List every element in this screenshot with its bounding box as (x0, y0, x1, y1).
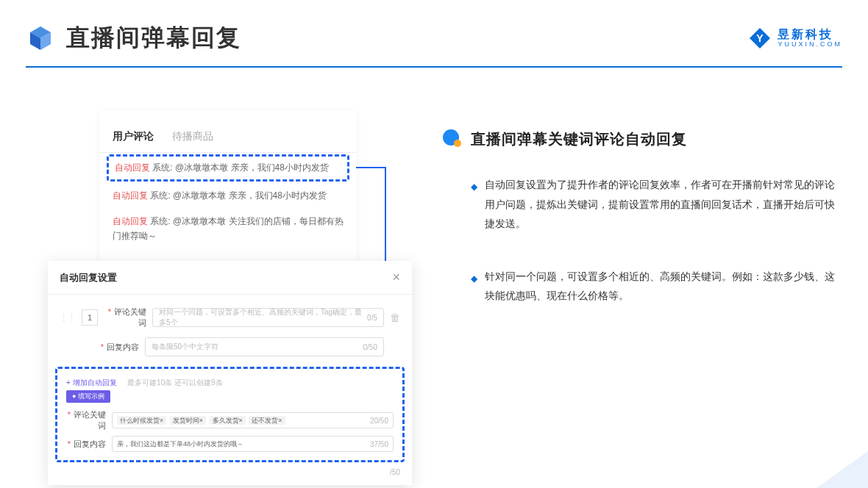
system-tag: 系统: (150, 190, 170, 201)
keyword-placeholder: 对同一个问题，可设置多个相近、高频的关键词，Tag确定，最多5个 (159, 307, 367, 328)
brand-url: YUUXIN.COM (778, 41, 842, 49)
auto-reply-settings-modal: 自动回复设置 × ⋮⋮ 1 *评论关键词 对同一个问题，可设置多个相近、高频的关… (48, 261, 412, 485)
index-badge: 1 (82, 309, 98, 326)
brand-logo: Y 昱新科技 YUUXIN.COM (748, 26, 842, 50)
content-placeholder: 每条限50个中文字符 (152, 342, 218, 352)
comment-text: @冰墩墩本墩 关注我们的店铺，每日都有热门推荐呦～ (113, 216, 344, 240)
header-left: 直播间弹幕回复 (26, 22, 241, 54)
corner-accent (817, 451, 868, 488)
add-hint: 最多可建10条 还可以创建9条 (127, 378, 222, 387)
keyword-input[interactable]: 对同一个问题，可设置多个相近、高频的关键词，Tag确定，最多5个 0/5 (152, 308, 384, 327)
bottom-count: /50 (48, 465, 412, 476)
ex-keyword-label: 评论关键词 (74, 410, 106, 430)
tag-pill[interactable]: 发货时间× (170, 416, 206, 425)
svg-text:Y: Y (757, 32, 764, 44)
cube-icon (26, 24, 55, 53)
bullet-item: ◆ 针对同一个问题，可设置多个相近的、高频的关键词。例如：这款多少钱、这块能优惠… (471, 267, 835, 306)
comment-text: @冰墩墩本墩 亲亲，我们48小时内发货 (175, 162, 329, 173)
page-header: 直播间弹幕回复 Y 昱新科技 YUUXIN.COM (26, 22, 842, 54)
tab-bar: 用户评论 待播商品 (99, 119, 357, 153)
page-title: 直播间弹幕回复 (66, 22, 241, 54)
auto-reply-tag: 自动回复 (113, 216, 148, 226)
system-tag: 系统: (150, 216, 170, 226)
ex-content-label: 回复内容 (74, 439, 106, 448)
comment-item: 自动回复 系统: @冰墩墩本墩 关注我们的店铺，每日都有热门推荐呦～ (99, 209, 357, 248)
highlighted-comment: 自动回复 系统: @冰墩墩本墩 亲亲，我们48小时内发货 (107, 154, 349, 182)
diamond-icon: ◆ (471, 270, 477, 306)
tag-pill[interactable]: 还不发货× (249, 416, 285, 425)
trash-icon[interactable]: 🗑 (390, 312, 400, 323)
comment-text: @冰墩墩本墩 亲亲，我们48小时内发货 (173, 190, 327, 201)
keyword-count: 0/5 (367, 314, 377, 322)
keyword-label: 评论关键词 (114, 307, 146, 327)
brand-diamond-icon: Y (748, 26, 772, 50)
bullet-item: ◆ 自动回复设置为了提升作者的评论回复效率，作者可在开播前针对常见的评论用户问题… (471, 175, 835, 234)
ex-content-count: 37/50 (370, 440, 388, 448)
system-tag: 系统: (152, 162, 172, 173)
diamond-icon: ◆ (471, 179, 477, 234)
example-badge: ● 填写示例 (66, 390, 110, 403)
right-content: 直播间弹幕关键词评论自动回复 ◆ 自动回复设置为了提升作者的评论回复效率，作者可… (441, 129, 835, 339)
bubble-icon (441, 129, 462, 149)
tab-user-comments[interactable]: 用户评论 (113, 130, 154, 143)
section-title: 直播间弹幕关键词评论自动回复 (471, 129, 687, 149)
bullet-text: 针对同一个问题，可设置多个相近的、高频的关键词。例如：这款多少钱、这块能优惠吗、… (485, 267, 835, 306)
svg-point-6 (454, 140, 461, 147)
content-label: 回复内容 (107, 342, 139, 351)
comment-panel: 用户评论 待播商品 自动回复 系统: @冰墩墩本墩 亲亲，我们48小时内发货 自… (99, 110, 357, 262)
tag-pill[interactable]: 什么时候发货× (117, 416, 166, 425)
header-divider (26, 66, 842, 68)
brand-name: 昱新科技 (778, 28, 842, 41)
auto-reply-tag: 自动回复 (115, 162, 150, 173)
close-icon[interactable]: × (392, 270, 400, 285)
ex-keyword-count: 20/50 (370, 417, 388, 425)
comment-item: 自动回复 系统: @冰墩墩本墩 亲亲，我们48小时内发货 (99, 183, 357, 209)
ex-content-text: 亲，我们这边都是下单48小时内发货的哦～ (117, 439, 243, 449)
bullet-text: 自动回复设置为了提升作者的评论回复效率，作者可在开播前针对常见的评论用户问题，提… (485, 175, 835, 234)
add-auto-reply-link[interactable]: + 增加自动回复 (62, 378, 121, 387)
auto-reply-tag: 自动回复 (113, 190, 148, 201)
content-input[interactable]: 每条限50个中文字符 0/50 (145, 337, 384, 356)
example-keyword-input[interactable]: 什么时候发货× 发货时间× 多久发货× 还不发货× 20/50 (112, 412, 394, 428)
tab-pending-products[interactable]: 待播商品 (172, 130, 213, 143)
content-count: 0/50 (363, 343, 377, 351)
modal-title: 自动回复设置 (60, 271, 117, 284)
example-content-input[interactable]: 亲，我们这边都是下单48小时内发货的哦～ 37/50 (112, 436, 394, 452)
tag-pill[interactable]: 多久发货× (210, 416, 246, 425)
example-section: + 增加自动回复 最多可建10条 还可以创建9条 ● 填写示例 *评论关键词 什… (55, 367, 405, 462)
